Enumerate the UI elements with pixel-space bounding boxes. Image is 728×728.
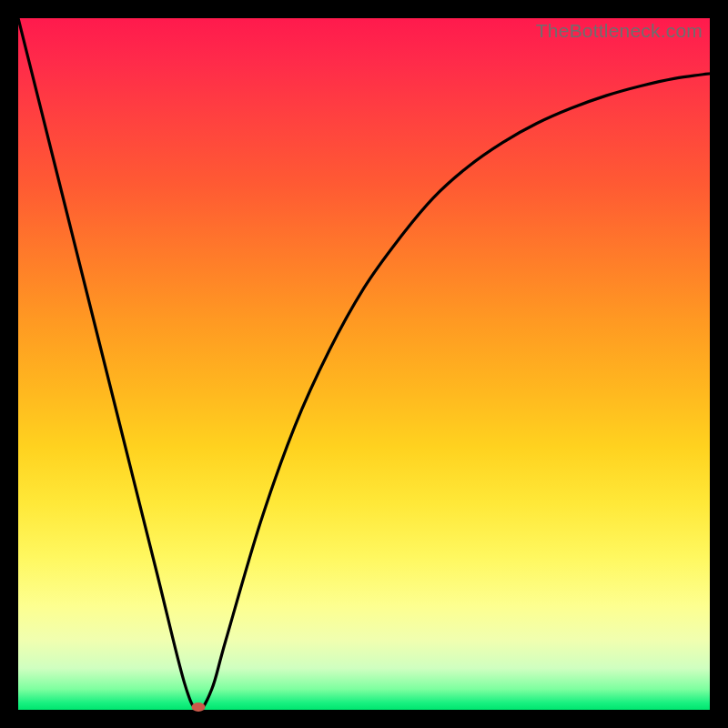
curve-path	[18, 18, 710, 710]
watermark-text: TheBottleneck.com	[536, 20, 703, 42]
minimum-marker	[191, 703, 205, 712]
chart-frame: TheBottleneck.com	[18, 18, 710, 710]
plot-area: TheBottleneck.com	[18, 18, 710, 710]
bottleneck-curve	[18, 18, 710, 710]
